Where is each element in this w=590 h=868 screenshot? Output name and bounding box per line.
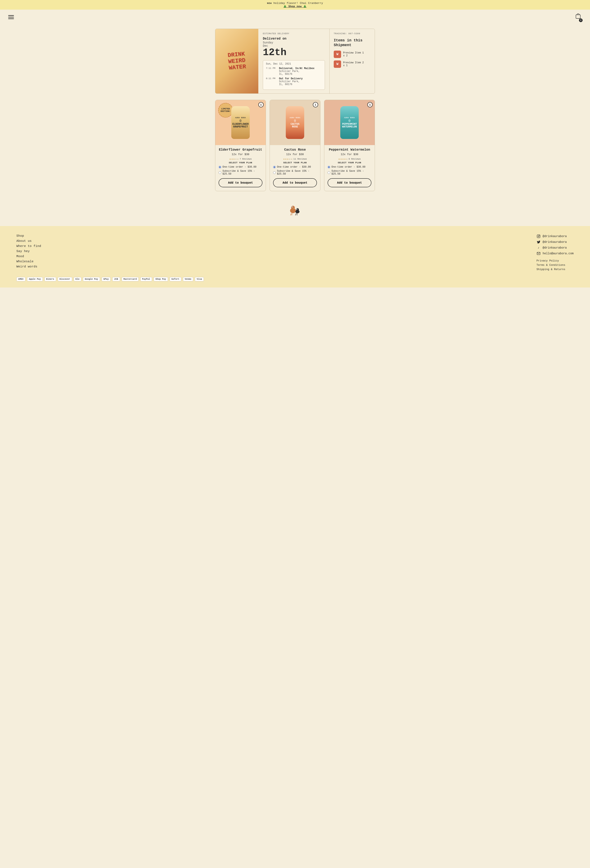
plan-label-cactus: Select your plan [273,161,317,164]
svg-line-10 [291,213,291,216]
product-image-elderflower: LIMITEDEDITION! AURA BORA 0 ELDERFLOWER … [215,100,266,145]
main-content: DRINKWEIRDWATER ESTIMATED DELIVERY Deliv… [211,25,379,226]
stars-cactus: ★ ★ ★ ★ ★ [283,157,292,161]
product-price-elderflower: 12x for $30 [218,153,263,156]
new-badge: NEW [267,2,271,4]
plan-radio-onetime-elderflower[interactable] [218,166,221,168]
email-address: hello@aurabora.com [543,252,574,255]
footer-nav-shop[interactable]: Shop [16,234,41,238]
plan-option-subscribe-cactus[interactable]: Subscribe & Save 15% - $25.50 [273,170,317,176]
payment-jcb: JCB [112,277,120,281]
event-status-1: Delivered, In/At Mailbox [279,67,314,70]
svg-line-11 [292,213,292,216]
add-to-bouquet-button-elderflower[interactable]: Add to bouquet [218,178,263,187]
limited-edition-badge: LIMITEDEDITION! [218,103,233,118]
svg-point-7 [296,208,299,211]
announcement-cta[interactable]: 🎄 Shop now 🎄 [283,5,307,8]
footer-nav-about[interactable]: About us [16,239,41,243]
event-location-1: Schiller Park,IL, 60176 [279,70,314,75]
plan-option-onetime-peppermint[interactable]: One-time order - $30.00 [327,165,372,168]
hamburger-line-1 [8,15,14,16]
plan-radio-subscribe-elderflower[interactable] [218,171,221,174]
svg-rect-14 [537,235,540,238]
delivery-day: Sunday [263,41,325,44]
product-details-cactus: Cactus Rose 12x for $30 ★ ★ ★ ★ ★ 11 Rev… [270,145,320,191]
shipment-item-1: W Preview Item 1 x 2 [334,51,370,58]
plan-option-onetime-cactus[interactable]: One-time order - $30.00 [273,165,317,168]
svg-point-4 [292,207,293,207]
plan-option-onetime-elderflower[interactable]: One-time order - $30.00 [218,165,263,168]
terms-conditions-link[interactable]: Terms & Conditions [537,264,574,267]
header: 0 [0,10,590,25]
tracking-label: TRACKING: 867-5309 [334,32,370,35]
plan-radio-onetime-cactus[interactable] [273,166,276,168]
payment-amex: AMEX [16,277,25,281]
plan-radio-subscribe-peppermint[interactable] [327,171,330,174]
privacy-policy-link[interactable]: Privacy Policy [537,259,574,262]
product-name-cactus: Cactus Rose [273,148,317,152]
cart-count: 0 [579,18,583,22]
plan-radio-onetime-peppermint[interactable] [327,166,330,168]
shipment-item-2: W Preview Item 2 x 1 [334,61,370,68]
footer-nav-wholesale[interactable]: Wholesale [16,260,41,263]
social-instagram[interactable]: @drinkaurabora [537,234,574,238]
product-name-elderflower: Elderflower Grapefruit [218,148,263,152]
shipment-item-info-1: Preview Item 1 x 2 [343,52,364,57]
plan-label-elderflower: Select your plan [218,161,263,164]
product-details-elderflower: Elderflower Grapefruit 12x for $30 ★ ★ ★… [215,145,266,191]
footer-nav-say-hey[interactable]: Say hey [16,249,41,253]
product-image-peppermint: AURA BORA 0 PEPPERMINT WATERMELON i [324,100,375,145]
tiktok-handle: @drinkaurabora [543,246,567,249]
info-button-peppermint[interactable]: i [367,102,373,107]
delivery-section: DRINKWEIRDWATER ESTIMATED DELIVERY Deliv… [215,29,375,94]
plan-radio-subscribe-cactus[interactable] [273,171,276,174]
twitter-handle: @drinkaurabora [543,241,567,244]
event-row-2: 6:11 PM Out for Delivery Schiller Park,I… [266,77,322,86]
announcement-text: holiday flavor! Chai Cranberry [272,1,323,5]
svg-point-9 [296,209,297,210]
review-count-elderflower: 7 Reviews [239,158,252,160]
social-email[interactable]: hello@aurabora.com [537,251,574,255]
payment-mastercard: Mastercard [122,277,139,281]
items-heading: Items in this Shipment [334,38,370,48]
plan-options-elderflower: One-time order - $30.00 Subscribe & Save… [218,165,263,176]
svg-rect-0 [576,15,580,18]
event-date-label: Sun, Dec 12, 2021 [266,62,322,65]
cart-button[interactable]: 0 [574,13,582,21]
footer-legal-links: Privacy Policy Terms & Conditions Shippi… [537,259,574,271]
add-to-bouquet-button-cactus[interactable]: Add to bouquet [273,178,317,187]
stars-row-elderflower: ★ ★ ★ ★ ★ 7 Reviews [218,157,263,161]
info-button-cactus[interactable]: i [313,102,318,107]
products-grid: LIMITEDEDITION! AURA BORA 0 ELDERFLOWER … [215,100,375,191]
delivery-info-panel: ESTIMATED DELIVERY Delivered on Sunday D… [258,29,330,93]
plan-label-peppermint: Select your plan [327,161,372,164]
info-button-elderflower[interactable]: i [258,102,264,107]
shipment-item-icon-1: W [334,51,341,58]
payment-googlepay: Google Pay [83,277,100,281]
footer-nav-where[interactable]: Where to find [16,245,41,248]
add-to-bouquet-button-peppermint[interactable]: Add to bouquet [327,178,372,187]
announcement-bar: NEW holiday flavor! Chai Cranberry 🎄 Sho… [0,0,590,10]
plan-options-cactus: One-time order - $30.00 Subscribe & Save… [273,165,317,176]
payment-paypal: PayPal [140,277,152,281]
can-peppermint: AURA BORA 0 PEPPERMINT WATERMELON [340,106,359,139]
instagram-handle: @drinkaurabora [543,235,567,238]
payment-diners: Diners [44,277,56,281]
plan-option-subscribe-elderflower[interactable]: Subscribe & Save 15% - $25.50 [218,170,263,176]
product-card-peppermint: AURA BORA 0 PEPPERMINT WATERMELON i Pepp… [324,100,375,191]
shipment-item-icon-2: W [334,61,341,68]
social-twitter[interactable]: @drinkaurabora [537,240,574,244]
tracking-panel: TRACKING: 867-5309 Items in this Shipmen… [330,29,375,93]
event-time-1: 7:11 PM [266,67,277,75]
stars-row-peppermint: ★ ★ ★ ★ ★ 6 Reviews [327,157,372,161]
payment-visa: Visa [195,277,204,281]
delivery-hero-image: DRINKWEIRDWATER [215,29,258,93]
menu-button[interactable] [8,15,14,19]
footer-nav-mood[interactable]: Mood [16,255,41,258]
event-location-2: Schiller Park,IL, 60176 [279,80,302,86]
social-tiktok[interactable]: ♪ @drinkaurabora [537,246,574,250]
footer-nav-weird-words[interactable]: Weird words [16,265,41,269]
shipping-returns-link[interactable]: Shipping & Returns [537,268,574,271]
plan-option-subscribe-peppermint[interactable]: Subscribe & Save 15% - $25.50 [327,170,372,176]
can-cactus: AURA BORA 0 CACTUS ROSE [286,106,304,139]
